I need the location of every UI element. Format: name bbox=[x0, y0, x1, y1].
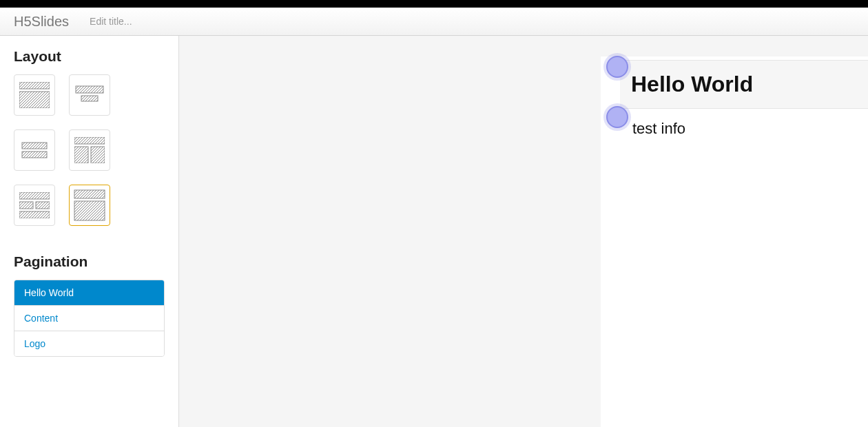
layout-option-5[interactable] bbox=[14, 185, 55, 226]
layout-icon bbox=[73, 189, 106, 222]
layout-option-2[interactable] bbox=[69, 74, 110, 116]
svg-rect-8 bbox=[91, 147, 105, 163]
pagination-item[interactable]: Hello World bbox=[14, 280, 164, 306]
layout-icon bbox=[74, 137, 105, 163]
layout-icon bbox=[74, 82, 105, 108]
pagination-item[interactable]: Content bbox=[14, 306, 164, 331]
slide-canvas: Hello World test info bbox=[179, 36, 868, 427]
layout-option-4[interactable] bbox=[69, 129, 110, 171]
svg-rect-7 bbox=[74, 147, 88, 163]
svg-rect-2 bbox=[76, 86, 103, 93]
svg-rect-11 bbox=[36, 202, 50, 209]
layout-icon bbox=[19, 137, 50, 163]
layout-option-3[interactable] bbox=[14, 129, 55, 171]
app-brand: H5Slides bbox=[14, 14, 69, 30]
layout-icon bbox=[19, 192, 50, 218]
svg-rect-6 bbox=[74, 137, 105, 144]
svg-rect-13 bbox=[74, 190, 105, 198]
svg-rect-3 bbox=[81, 96, 98, 101]
layout-grid bbox=[14, 74, 165, 226]
pagination-list: Hello World Content Logo bbox=[14, 280, 165, 357]
layout-heading: Layout bbox=[14, 48, 165, 65]
svg-rect-5 bbox=[22, 152, 47, 158]
navbar: H5Slides bbox=[0, 8, 868, 36]
sidebar: Layout bbox=[0, 36, 179, 427]
slide-body-region[interactable]: test info bbox=[601, 110, 868, 147]
pagination-item[interactable]: Logo bbox=[14, 331, 164, 356]
pagination-heading: Pagination bbox=[14, 253, 165, 270]
title-input[interactable] bbox=[90, 16, 227, 27]
svg-rect-9 bbox=[19, 192, 50, 199]
svg-rect-10 bbox=[19, 202, 33, 209]
main: Layout bbox=[0, 36, 868, 427]
slide-title[interactable]: Hello World bbox=[631, 72, 868, 97]
window-top-bar bbox=[0, 0, 868, 8]
drag-handle-icon[interactable] bbox=[606, 106, 628, 128]
svg-rect-1 bbox=[19, 92, 50, 108]
svg-rect-4 bbox=[22, 143, 47, 149]
layout-option-6[interactable] bbox=[69, 185, 110, 226]
svg-rect-14 bbox=[74, 201, 105, 220]
slide-body[interactable]: test info bbox=[630, 110, 868, 147]
layout-icon bbox=[19, 82, 50, 108]
svg-rect-0 bbox=[19, 82, 50, 89]
layout-option-1[interactable] bbox=[14, 74, 55, 116]
slide[interactable]: Hello World test info bbox=[601, 56, 868, 427]
drag-handle-icon[interactable] bbox=[606, 56, 628, 78]
slide-title-region[interactable]: Hello World bbox=[601, 60, 868, 109]
svg-rect-12 bbox=[19, 211, 50, 218]
